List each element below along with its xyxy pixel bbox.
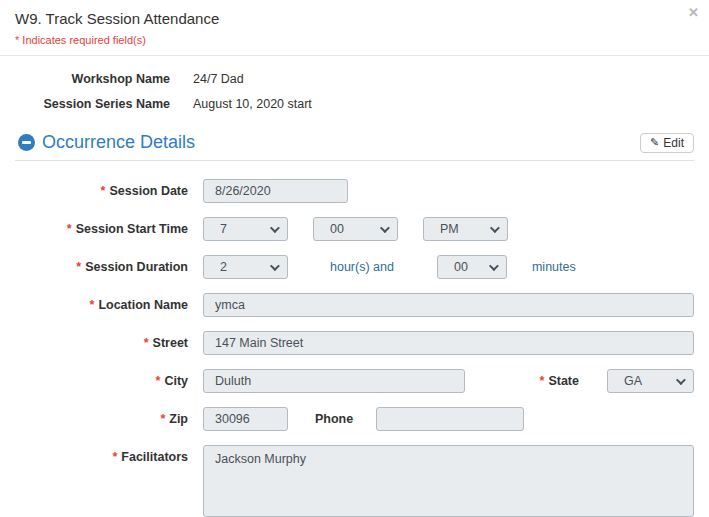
zip-phone-row: *Zip Phone	[15, 407, 694, 431]
workshop-name-value: 24/7 Dad	[193, 72, 244, 86]
city-label: *City	[15, 369, 188, 393]
chevron-down-icon	[676, 375, 686, 385]
location-name-input[interactable]	[203, 293, 694, 317]
edit-button-label: Edit	[663, 136, 684, 150]
street-label: *Street	[15, 331, 188, 355]
required-asterisk: *	[76, 260, 81, 274]
location-name-row: *Location Name	[15, 293, 694, 317]
occurrence-details-header: Occurrence Details ✎ Edit	[0, 124, 709, 160]
start-minute-select[interactable]: 00	[313, 217, 398, 241]
required-asterisk: *	[67, 222, 72, 236]
required-asterisk: *	[112, 450, 117, 464]
facilitators-row: *Facilitators Jackson Murphy	[15, 445, 694, 517]
required-asterisk: *	[156, 374, 161, 388]
session-series-name-label: Session Series Name	[15, 97, 170, 111]
state-value: GA	[624, 374, 642, 388]
session-date-label: *Session Date	[15, 179, 188, 203]
required-fields-note: * Indicates required field(s)	[15, 34, 694, 46]
phone-label: Phone	[315, 412, 353, 426]
location-name-label: *Location Name	[15, 293, 188, 317]
phone-input[interactable]	[376, 407, 524, 431]
chevron-down-icon	[380, 223, 390, 233]
required-asterisk: *	[90, 298, 95, 312]
start-meridiem-select[interactable]: PM	[423, 217, 508, 241]
workshop-name-row: Workshop Name 24/7 Dad	[15, 70, 694, 88]
session-duration-label: *Session Duration	[15, 255, 188, 279]
required-asterisk: *	[540, 374, 545, 388]
dialog-header: W9. Track Session Attendance ✕	[0, 0, 709, 27]
state-select[interactable]: GA	[607, 369, 694, 393]
required-asterisk: *	[160, 412, 165, 426]
duration-minutes-select[interactable]: 00	[437, 255, 507, 279]
edit-button[interactable]: ✎ Edit	[640, 133, 694, 153]
session-date-row: *Session Date	[15, 179, 694, 203]
occurrence-details-title: Occurrence Details	[42, 132, 195, 153]
session-info-block: Workshop Name 24/7 Dad Session Series Na…	[0, 56, 709, 124]
occurrence-details-form: *Session Date *Session Start Time 7 00 P…	[0, 161, 709, 517]
chevron-down-icon	[490, 223, 500, 233]
close-icon[interactable]: ✕	[688, 6, 699, 19]
zip-label: *Zip	[15, 407, 188, 431]
required-asterisk: *	[101, 184, 106, 198]
minus-bar	[22, 141, 31, 144]
zip-input[interactable]	[203, 407, 288, 431]
facilitators-textarea[interactable]: Jackson Murphy	[203, 445, 694, 517]
chevron-down-icon	[270, 261, 280, 271]
required-asterisk: *	[144, 336, 149, 350]
minutes-suffix-text: minutes	[532, 260, 576, 274]
session-duration-row: *Session Duration 2 hour(s) and 00 minut…	[15, 255, 694, 279]
duration-hours-value: 2	[220, 260, 227, 274]
start-meridiem-value: PM	[440, 222, 459, 236]
start-hour-select[interactable]: 7	[203, 217, 288, 241]
street-row: *Street	[15, 331, 694, 355]
facilitators-label: *Facilitators	[15, 445, 188, 469]
city-state-row: *City *State GA	[15, 369, 694, 393]
session-date-input[interactable]	[203, 179, 348, 203]
session-start-time-row: *Session Start Time 7 00 PM	[15, 217, 694, 241]
duration-hours-select[interactable]: 2	[203, 255, 288, 279]
collapse-minus-icon[interactable]	[18, 134, 35, 151]
street-input[interactable]	[203, 331, 694, 355]
start-hour-value: 7	[220, 222, 227, 236]
chevron-down-icon	[489, 261, 499, 271]
chevron-down-icon	[270, 223, 280, 233]
start-minute-value: 00	[330, 222, 344, 236]
session-series-name-row: Session Series Name August 10, 2020 star…	[15, 95, 694, 113]
dialog-title: W9. Track Session Attendance	[15, 10, 694, 27]
state-label: *State	[540, 374, 579, 388]
pencil-icon: ✎	[650, 136, 659, 149]
duration-minutes-value: 00	[454, 260, 468, 274]
session-start-time-label: *Session Start Time	[15, 217, 188, 241]
city-input[interactable]	[203, 369, 465, 393]
workshop-name-label: Workshop Name	[15, 72, 170, 86]
session-series-name-value: August 10, 2020 start	[193, 97, 312, 111]
hours-suffix-text: hour(s) and	[330, 260, 394, 274]
track-session-attendance-dialog: W9. Track Session Attendance ✕ * Indicat…	[0, 0, 709, 517]
